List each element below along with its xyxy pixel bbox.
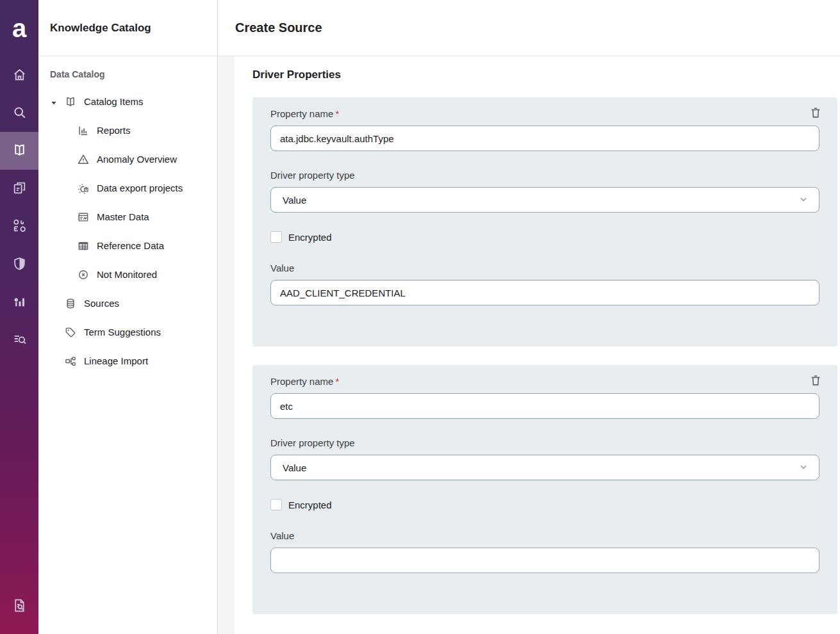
rail-stewardship-button[interactable] bbox=[0, 207, 38, 245]
sidebar: Knowledge Catalog Data Catalog Catalog I… bbox=[38, 0, 218, 634]
rail-insights-button[interactable] bbox=[0, 283, 38, 321]
encrypted-checkbox[interactable] bbox=[270, 231, 282, 243]
app-root: a Knowledge Catalog bbox=[0, 0, 840, 634]
delete-property-button[interactable] bbox=[807, 104, 825, 122]
shield-icon bbox=[12, 256, 28, 273]
home-icon bbox=[12, 67, 28, 85]
rail-query-button[interactable] bbox=[0, 321, 38, 359]
document-search-icon bbox=[12, 597, 28, 615]
database-icon bbox=[64, 297, 77, 310]
page-title: Create Source bbox=[218, 0, 840, 56]
sidebar-title: Knowledge Catalog bbox=[38, 0, 217, 56]
selected-option-label: Value bbox=[283, 462, 306, 473]
rail-governance-button[interactable] bbox=[0, 245, 38, 283]
search-icon bbox=[12, 104, 28, 122]
delete-property-button[interactable] bbox=[807, 371, 825, 389]
value-input[interactable] bbox=[270, 548, 819, 573]
property-name-input[interactable] bbox=[270, 126, 819, 151]
bar-chart-icon bbox=[77, 124, 90, 137]
gear-export-icon bbox=[77, 182, 90, 195]
chevron-down-icon bbox=[798, 462, 809, 474]
trash-icon bbox=[809, 374, 822, 387]
driver-properties-section: Driver Properties Property name* Driver … bbox=[235, 56, 840, 634]
driver-property-card: Property name* Driver property type Valu… bbox=[252, 97, 837, 346]
rail-spacer bbox=[0, 359, 38, 587]
tree-item-label: Sources bbox=[84, 298, 119, 309]
tree-item-data-export-projects[interactable]: Data export projects bbox=[38, 174, 217, 202]
property-name-input[interactable] bbox=[270, 393, 819, 419]
tree-item-label: Anomaly Overview bbox=[97, 154, 177, 165]
main-panel: Create Source Driver Properties Property… bbox=[218, 0, 840, 634]
value-label: Value bbox=[270, 530, 819, 541]
open-book-icon bbox=[64, 95, 77, 108]
trash-icon bbox=[809, 106, 822, 119]
rail-doc-search-button[interactable] bbox=[0, 587, 38, 625]
required-marker: * bbox=[335, 108, 339, 119]
chevron-down-icon bbox=[798, 194, 809, 206]
tree-item-label: Master Data bbox=[97, 211, 149, 222]
tree-item-label: Reports bbox=[97, 125, 131, 136]
tree-item-reports[interactable]: Reports bbox=[38, 116, 217, 145]
table-grid-icon bbox=[77, 240, 90, 252]
tree-item-sources[interactable]: Sources bbox=[38, 289, 217, 318]
driver-property-type-label: Driver property type bbox=[270, 437, 819, 448]
tag-icon bbox=[64, 326, 77, 339]
catalog-tree: Catalog Items Reports Anomaly Overview D… bbox=[38, 82, 217, 375]
query-search-icon bbox=[12, 331, 28, 349]
tree-item-label: Lineage Import bbox=[84, 355, 148, 366]
section-title: Driver Properties bbox=[252, 69, 840, 81]
tree-item-master-data[interactable]: Master Data bbox=[38, 202, 217, 231]
driver-property-type-select[interactable]: Value bbox=[270, 455, 819, 480]
property-name-label: Property name* bbox=[270, 108, 819, 119]
driver-property-type-label: Driver property type bbox=[270, 170, 819, 181]
tree-item-label: Catalog Items bbox=[84, 96, 144, 107]
rail-catalog-button[interactable] bbox=[0, 132, 38, 170]
tree-item-label: Reference Data bbox=[97, 240, 164, 251]
brand-logo[interactable]: a bbox=[0, 0, 38, 56]
tree-item-lineage-import[interactable]: Lineage Import bbox=[38, 346, 217, 375]
value-label: Value bbox=[270, 263, 819, 273]
driver-property-card: Property name* Driver property type Valu… bbox=[252, 365, 837, 614]
tree-item-label: Not Monitored bbox=[97, 269, 157, 280]
value-input[interactable] bbox=[270, 280, 819, 305]
rail-home-button[interactable] bbox=[0, 56, 38, 94]
tree-item-anomaly-overview[interactable]: Anomaly Overview bbox=[38, 145, 217, 174]
chevron-down-icon[interactable] bbox=[50, 98, 58, 106]
open-book-icon bbox=[12, 142, 28, 160]
documents-icon bbox=[12, 180, 28, 198]
tree-item-label: Term Suggestions bbox=[84, 327, 161, 337]
content-gutter bbox=[218, 56, 235, 634]
driver-property-type-select[interactable]: Value bbox=[270, 187, 819, 213]
tree-item-label: Data export projects bbox=[97, 183, 183, 193]
circle-x-icon bbox=[77, 268, 90, 281]
table-chart-icon bbox=[77, 211, 90, 224]
selected-option-label: Value bbox=[283, 195, 306, 206]
encrypted-checkbox[interactable] bbox=[270, 499, 282, 510]
property-name-label: Property name* bbox=[270, 376, 819, 387]
rail-search-button[interactable] bbox=[0, 94, 38, 132]
encrypted-label: Encrypted bbox=[288, 232, 332, 243]
tree-item-term-suggestions[interactable]: Term Suggestions bbox=[38, 318, 217, 346]
required-marker: * bbox=[335, 376, 339, 387]
brand-logo-letter: a bbox=[12, 15, 26, 41]
tree-item-reference-data[interactable]: Reference Data bbox=[38, 231, 217, 260]
app-rail: a bbox=[0, 0, 38, 634]
warning-triangle-icon bbox=[77, 153, 90, 166]
encrypted-label: Encrypted bbox=[288, 500, 332, 510]
stewardship-apps-icon bbox=[12, 218, 28, 236]
sidebar-section-label: Data Catalog bbox=[38, 56, 217, 82]
insights-chart-icon bbox=[12, 293, 28, 311]
rail-documents-button[interactable] bbox=[0, 170, 38, 207]
tree-item-not-monitored[interactable]: Not Monitored bbox=[38, 260, 217, 289]
tree-item-catalog-items[interactable]: Catalog Items bbox=[38, 87, 217, 116]
lineage-icon bbox=[64, 355, 77, 368]
